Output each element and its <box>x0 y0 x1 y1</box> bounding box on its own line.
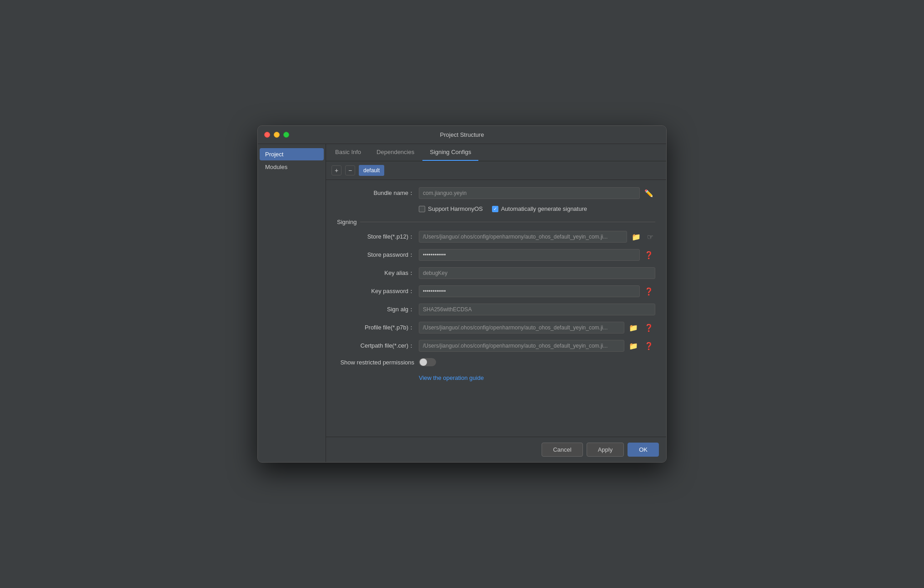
store-password-row: Store password： ❓ <box>337 249 655 261</box>
bundle-name-label: Bundle name： <box>337 189 414 197</box>
key-password-input[interactable] <box>419 285 640 297</box>
auto-signature-item: Automatically generate signature <box>492 205 587 212</box>
sign-alg-label: Sign alg： <box>337 305 414 314</box>
sign-alg-input-wrapper <box>419 304 655 315</box>
profile-file-input[interactable] <box>419 322 624 334</box>
certpath-folder-icon[interactable]: 📁 <box>627 341 640 351</box>
key-alias-input[interactable] <box>419 267 655 279</box>
cancel-button[interactable]: Cancel <box>542 443 583 457</box>
titlebar: Project Structure <box>258 126 666 144</box>
signing-toolbar: + − default <box>326 161 666 180</box>
key-password-label: Key password： <box>337 287 414 295</box>
ok-button[interactable]: OK <box>628 443 659 457</box>
main-content: Project Modules Basic Info Dependencies … <box>258 144 666 462</box>
right-panel: Basic Info Dependencies Signing Configs … <box>326 144 666 462</box>
bundle-name-row: Bundle name： ✏️ <box>337 187 655 199</box>
key-alias-label: Key alias： <box>337 269 414 277</box>
maximize-button[interactable] <box>283 132 289 138</box>
sidebar-item-project[interactable]: Project <box>260 148 324 160</box>
tab-basic-info[interactable]: Basic Info <box>328 144 368 161</box>
tab-signing-configs[interactable]: Signing Configs <box>422 144 478 161</box>
auto-signature-checkbox[interactable] <box>492 206 498 212</box>
store-file-label: Store file(*.p12)： <box>337 233 414 241</box>
support-harmonyos-item: Support HarmonyOS <box>419 205 483 212</box>
store-password-input[interactable] <box>419 249 640 261</box>
store-password-input-wrapper: ❓ <box>419 249 655 261</box>
key-password-input-wrapper: ❓ <box>419 285 655 297</box>
store-file-row: Store file(*.p12)： 📁 ☞ <box>337 231 655 243</box>
support-harmonyos-label: Support HarmonyOS <box>428 205 483 212</box>
toggle-knob <box>420 359 427 366</box>
show-restricted-label: Show restricted permissions <box>337 359 414 366</box>
certpath-file-input-wrapper: 📁 ❓ <box>419 340 655 352</box>
default-config-item[interactable]: default <box>359 165 384 176</box>
signing-section-header: Signing <box>337 219 655 225</box>
folder-icon[interactable]: 📁 <box>630 232 643 242</box>
edit-bundle-icon[interactable]: ✏️ <box>643 188 655 199</box>
store-password-label: Store password： <box>337 251 414 259</box>
profile-file-label: Profile file(*.p7b)： <box>337 324 414 332</box>
certpath-file-input[interactable] <box>419 340 624 352</box>
support-harmonyos-checkbox[interactable] <box>419 206 425 212</box>
certpath-help-icon[interactable]: ❓ <box>643 341 655 351</box>
checkbox-row: Support HarmonyOS Automatically generate… <box>419 205 655 212</box>
profile-folder-icon[interactable]: 📁 <box>627 323 640 333</box>
store-file-input[interactable] <box>419 231 627 243</box>
fingerprint-icon[interactable]: ☞ <box>645 232 655 242</box>
content-area: + − default Bundle name： ✏️ <box>326 161 666 437</box>
close-button[interactable] <box>264 132 270 138</box>
certpath-file-row: Certpath file(*.cer)： 📁 ❓ <box>337 340 655 352</box>
sidebar-item-modules[interactable]: Modules <box>260 161 324 173</box>
show-restricted-row: Show restricted permissions <box>337 358 655 366</box>
traffic-lights <box>264 132 289 138</box>
profile-help-icon[interactable]: ❓ <box>643 323 655 333</box>
tabs-bar: Basic Info Dependencies Signing Configs <box>326 144 666 161</box>
window-title: Project Structure <box>440 131 484 138</box>
operation-guide-link[interactable]: View the operation guide <box>419 374 484 381</box>
store-file-input-wrapper: 📁 ☞ <box>419 231 655 243</box>
apply-button[interactable]: Apply <box>587 443 624 457</box>
auto-signature-label: Automatically generate signature <box>501 205 587 212</box>
certpath-file-label: Certpath file(*.cer)： <box>337 342 414 350</box>
profile-file-input-wrapper: 📁 ❓ <box>419 322 655 334</box>
tab-dependencies[interactable]: Dependencies <box>369 144 422 161</box>
form-area: Bundle name： ✏️ Support HarmonyOS <box>326 180 666 389</box>
profile-file-row: Profile file(*.p7b)： 📁 ❓ <box>337 322 655 334</box>
bundle-name-input[interactable] <box>419 187 640 199</box>
show-restricted-toggle[interactable] <box>419 358 436 366</box>
bundle-name-input-wrapper: ✏️ <box>419 187 655 199</box>
sign-alg-input[interactable] <box>419 304 655 315</box>
remove-config-button[interactable]: − <box>345 165 355 175</box>
key-password-row: Key password： ❓ <box>337 285 655 297</box>
store-password-help-icon[interactable]: ❓ <box>643 250 655 260</box>
key-password-help-icon[interactable]: ❓ <box>643 286 655 297</box>
footer: Cancel Apply OK <box>326 437 666 462</box>
sign-alg-row: Sign alg： <box>337 304 655 315</box>
minimize-button[interactable] <box>274 132 280 138</box>
key-alias-row: Key alias： <box>337 267 655 279</box>
project-structure-window: Project Structure Project Modules Basic … <box>257 125 667 463</box>
add-config-button[interactable]: + <box>331 165 341 175</box>
key-alias-input-wrapper <box>419 267 655 279</box>
sidebar: Project Modules <box>258 144 326 462</box>
